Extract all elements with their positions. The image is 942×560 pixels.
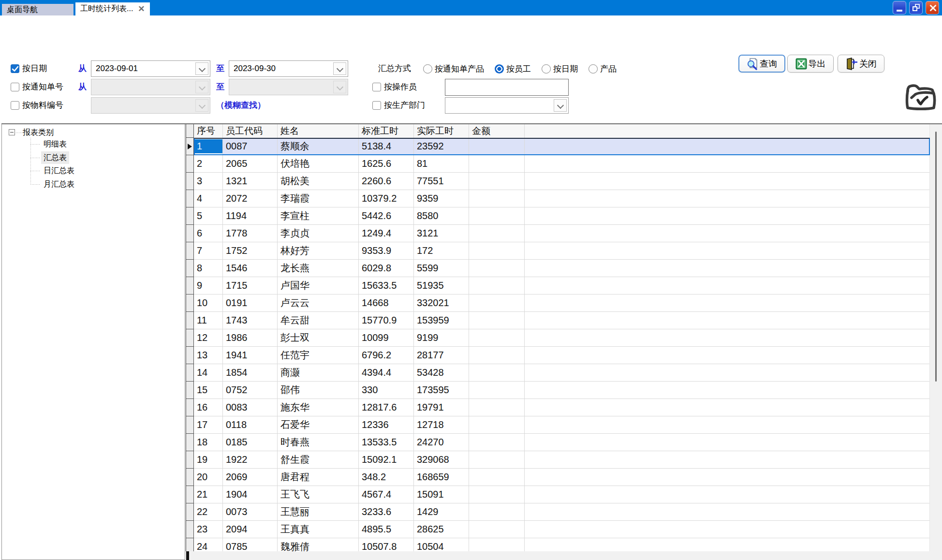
- cell-seq[interactable]: 7: [194, 242, 223, 260]
- row-selector-cell[interactable]: [186, 503, 194, 521]
- table-row[interactable]: 22065伏培艳1625.681: [186, 155, 930, 173]
- cell-actual-hours[interactable]: 53428: [414, 364, 469, 382]
- cell-filler[interactable]: [525, 399, 930, 416]
- table-row[interactable]: 42072李瑞霞10379.29359: [186, 190, 930, 207]
- radio-option-1[interactable]: 按通知单产品: [423, 63, 484, 74]
- cell-actual-hours[interactable]: 28625: [414, 521, 469, 538]
- cell-seq[interactable]: 10: [194, 295, 223, 312]
- cell-employee-code[interactable]: 1904: [223, 486, 278, 503]
- row-selector-cell[interactable]: [186, 451, 194, 469]
- table-row[interactable]: 61778李贞贞1249.43121: [186, 225, 930, 242]
- cell-filler[interactable]: [525, 364, 930, 382]
- radio-checked-icon[interactable]: [495, 64, 504, 74]
- cell-standard-hours[interactable]: 14668: [359, 295, 414, 312]
- cell-standard-hours[interactable]: 3233.6: [359, 503, 414, 521]
- cell-amount[interactable]: [469, 295, 525, 312]
- tree-root-report-category[interactable]: 报表类别: [23, 127, 54, 138]
- cell-employee-code[interactable]: 2069: [223, 469, 278, 486]
- table-row[interactable]: 141854商灏4394.453428: [186, 364, 930, 382]
- cell-seq[interactable]: 11: [194, 312, 223, 329]
- cell-actual-hours[interactable]: 24270: [414, 434, 469, 451]
- cell-seq[interactable]: 13: [194, 347, 223, 364]
- cell-actual-hours[interactable]: 172: [414, 242, 469, 260]
- cell-standard-hours[interactable]: 330: [359, 382, 414, 399]
- cell-name[interactable]: 施东华: [278, 399, 359, 416]
- export-button[interactable]: 导出: [787, 55, 834, 73]
- cell-name[interactable]: 李瑞霞: [278, 190, 359, 207]
- chevron-down-icon[interactable]: [554, 99, 567, 112]
- radio-unchecked-icon[interactable]: [423, 64, 432, 74]
- cell-filler[interactable]: [525, 190, 930, 207]
- cell-employee-code[interactable]: 0185: [223, 434, 278, 451]
- cell-seq[interactable]: 21: [194, 486, 223, 503]
- row-selector-cell[interactable]: [186, 138, 194, 155]
- cell-seq[interactable]: 6: [194, 225, 223, 242]
- table-row[interactable]: 232094王真真4895.528625: [186, 521, 930, 538]
- cell-filler[interactable]: [525, 138, 930, 155]
- row-selector-cell[interactable]: [186, 207, 194, 225]
- cell-actual-hours[interactable]: 9359: [414, 190, 469, 207]
- cell-standard-hours[interactable]: 5138.4: [359, 138, 414, 155]
- cell-employee-code[interactable]: 0073: [223, 503, 278, 521]
- cell-name[interactable]: 舒生霞: [278, 451, 359, 469]
- row-selector-cell[interactable]: [186, 155, 194, 173]
- cell-standard-hours[interactable]: 4567.4: [359, 486, 414, 503]
- cell-standard-hours[interactable]: 15770.9: [359, 312, 414, 329]
- radio-option-2[interactable]: 按员工: [495, 63, 531, 74]
- cell-name[interactable]: 唐君程: [278, 469, 359, 486]
- cell-actual-hours[interactable]: 329068: [414, 451, 469, 469]
- column-header-2[interactable]: 员工代码: [223, 124, 278, 138]
- cell-seq[interactable]: 22: [194, 503, 223, 521]
- column-header-5[interactable]: 实际工时: [414, 124, 469, 138]
- cell-filler[interactable]: [525, 260, 930, 277]
- cell-amount[interactable]: [469, 225, 525, 242]
- cell-filler[interactable]: [525, 329, 930, 347]
- row-selector-cell[interactable]: [186, 312, 194, 329]
- cell-amount[interactable]: [469, 173, 525, 190]
- cell-actual-hours[interactable]: 19791: [414, 399, 469, 416]
- chevron-down-icon[interactable]: [333, 62, 346, 75]
- cell-seq[interactable]: 20: [194, 469, 223, 486]
- cell-seq[interactable]: 9: [194, 277, 223, 295]
- cell-name[interactable]: 彭士双: [278, 329, 359, 347]
- tab-desktop-navigation[interactable]: 桌面导航: [2, 4, 74, 15]
- radio-unchecked-icon[interactable]: [542, 64, 551, 74]
- cell-amount[interactable]: [469, 312, 525, 329]
- cell-standard-hours[interactable]: 15092.1: [359, 451, 414, 469]
- radio-unchecked-icon[interactable]: [589, 64, 598, 74]
- cell-amount[interactable]: [469, 329, 525, 347]
- cell-amount[interactable]: [469, 260, 525, 277]
- table-row[interactable]: 81546龙长燕6029.85599: [186, 260, 930, 277]
- cell-standard-hours[interactable]: 12817.6: [359, 399, 414, 416]
- cell-name[interactable]: 龙长燕: [278, 260, 359, 277]
- cell-amount[interactable]: [469, 382, 525, 399]
- minimize-button[interactable]: [893, 1, 906, 15]
- cell-actual-hours[interactable]: 332021: [414, 295, 469, 312]
- cell-employee-code[interactable]: 1854: [223, 364, 278, 382]
- cell-employee-code[interactable]: 1321: [223, 173, 278, 190]
- column-header-6[interactable]: 金额: [469, 124, 525, 138]
- cell-standard-hours[interactable]: 1625.6: [359, 155, 414, 173]
- cell-amount[interactable]: [469, 451, 525, 469]
- cell-amount[interactable]: [469, 207, 525, 225]
- cell-amount[interactable]: [469, 503, 525, 521]
- by-material-checkbox[interactable]: [11, 101, 19, 110]
- restore-button[interactable]: [909, 1, 923, 15]
- cell-seq[interactable]: 5: [194, 207, 223, 225]
- cell-employee-code[interactable]: 1778: [223, 225, 278, 242]
- cell-standard-hours[interactable]: 348.2: [359, 469, 414, 486]
- cell-standard-hours[interactable]: 10099: [359, 329, 414, 347]
- close-window-button[interactable]: [926, 1, 939, 15]
- cell-standard-hours[interactable]: 4394.4: [359, 364, 414, 382]
- query-button[interactable]: 查询: [738, 55, 785, 73]
- cell-seq[interactable]: 15: [194, 382, 223, 399]
- vertical-scrollbar-thumb[interactable]: [935, 132, 937, 382]
- cell-amount[interactable]: [469, 347, 525, 364]
- cell-name[interactable]: 卢国华: [278, 277, 359, 295]
- row-selector-cell[interactable]: [186, 225, 194, 242]
- table-row[interactable]: 121986彭士双100999199: [186, 329, 930, 347]
- cell-amount[interactable]: [469, 399, 525, 416]
- row-selector-cell[interactable]: [186, 364, 194, 382]
- cell-seq[interactable]: 12: [194, 329, 223, 347]
- cell-employee-code[interactable]: 0191: [223, 295, 278, 312]
